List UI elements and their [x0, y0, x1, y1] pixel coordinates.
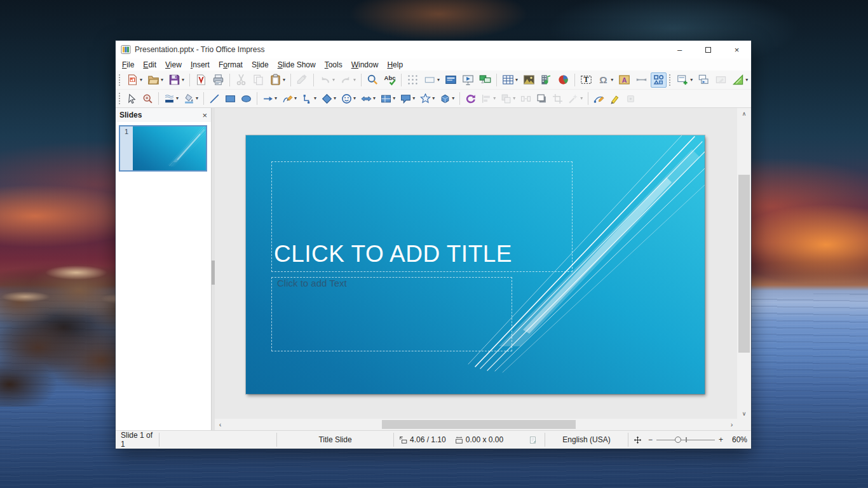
copy-button[interactable] [250, 72, 266, 88]
titlebar[interactable]: Presentation.pptx - Trio Office Impress … [116, 41, 751, 58]
dropdown-arrow-icon[interactable]: ▾ [196, 96, 198, 101]
menu-item-window[interactable]: Window [347, 60, 383, 70]
clone-formatting-button[interactable] [294, 72, 310, 88]
vertical-scrollbar-thumb[interactable] [738, 175, 750, 353]
body-text-placeholder[interactable]: Click to add Text [271, 277, 512, 351]
zoom-in-icon[interactable]: + [719, 435, 723, 444]
symbol-shapes-button[interactable]: ▾ [339, 91, 358, 106]
dropdown-arrow-icon[interactable]: ▾ [437, 78, 440, 83]
insert-table-button[interactable]: ▾ [500, 72, 520, 88]
new-presentation-button[interactable]: ▾ [125, 72, 144, 88]
dropdown-arrow-icon[interactable]: ▾ [745, 78, 748, 83]
dropdown-arrow-icon[interactable]: ▾ [140, 78, 142, 83]
dropdown-arrow-icon[interactable]: ▾ [412, 96, 415, 101]
dropdown-arrow-icon[interactable]: ▾ [161, 78, 163, 83]
scroll-up-icon[interactable]: ∧ [737, 108, 751, 119]
print-button[interactable] [210, 72, 226, 88]
master-slide-button[interactable] [443, 72, 459, 88]
show-draw-functions-button[interactable] [651, 72, 667, 88]
redo-button[interactable]: ▾ [338, 72, 358, 88]
paste-button[interactable]: ▾ [268, 72, 287, 88]
slides-panel-close-icon[interactable]: × [202, 111, 207, 119]
line-style-button[interactable]: ▾ [162, 91, 180, 106]
block-arrows-button[interactable]: ▾ [359, 91, 377, 106]
zoom-pan-button[interactable] [140, 91, 155, 106]
callout-shapes-button[interactable]: ▾ [398, 91, 417, 106]
hyperlink-button[interactable] [634, 72, 649, 88]
horizontal-scrollbar-thumb[interactable] [382, 420, 576, 429]
fill-color-button[interactable]: ▾ [182, 91, 200, 106]
start-slideshow-button[interactable] [460, 72, 476, 88]
zoom-percent[interactable]: 60% [727, 435, 747, 444]
scroll-right-icon[interactable]: › [726, 419, 737, 430]
arrange-button[interactable]: ▾ [499, 91, 517, 106]
find-replace-button[interactable] [365, 72, 381, 88]
dropdown-arrow-icon[interactable]: ▾ [275, 96, 277, 101]
export-pdf-button[interactable] [193, 72, 209, 88]
zoom-slider[interactable] [656, 435, 715, 444]
new-slide-button[interactable]: ▾ [675, 72, 695, 88]
insert-chart-button[interactable] [555, 72, 571, 88]
insert-image-button[interactable] [521, 72, 537, 88]
insert-media-button[interactable] [538, 72, 554, 88]
lines-and-arrows-button[interactable]: ▾ [261, 91, 279, 106]
connectors-button[interactable]: ▾ [300, 91, 318, 106]
menu-item-help[interactable]: Help [383, 60, 407, 70]
dropdown-arrow-icon[interactable]: ▾ [314, 96, 316, 101]
menu-item-file[interactable]: File [118, 60, 139, 70]
vertical-scrollbar[interactable]: ∧ ∨ [737, 108, 751, 419]
rectangle-button[interactable] [223, 91, 238, 106]
scroll-down-icon[interactable]: ∨ [737, 408, 751, 419]
flowchart-button[interactable]: ▾ [379, 91, 397, 106]
insert-text-box-button[interactable]: T [578, 72, 594, 88]
basic-shapes-button[interactable]: ▾ [320, 91, 338, 106]
horizontal-scrollbar[interactable]: ‹ › [215, 419, 737, 430]
edit-points-button[interactable] [592, 91, 606, 106]
display-grid-button[interactable] [405, 72, 421, 88]
menu-item-format[interactable]: Format [214, 60, 247, 70]
menu-item-tools[interactable]: Tools [320, 60, 347, 70]
menu-item-slide[interactable]: Slide [247, 60, 273, 70]
menu-item-view[interactable]: View [161, 60, 186, 70]
dropdown-arrow-icon[interactable]: ▾ [452, 96, 454, 101]
dropdown-arrow-icon[interactable]: ▾ [493, 96, 496, 101]
toolbar-grip[interactable] [118, 74, 121, 86]
close-button[interactable]: × [722, 41, 751, 58]
minimize-button[interactable]: – [665, 41, 694, 58]
toolbar-grip[interactable] [118, 92, 121, 105]
shadow-button[interactable] [534, 91, 549, 106]
presenter-console-button[interactable] [477, 72, 493, 88]
scroll-left-icon[interactable]: ‹ [215, 419, 226, 430]
toolbar-grip[interactable] [668, 74, 672, 86]
fit-slide-icon[interactable] [634, 436, 644, 444]
rename-slide-button[interactable] [713, 72, 729, 88]
fontwork-button[interactable]: A [616, 72, 632, 88]
gluepoints-button[interactable] [607, 91, 622, 106]
undo-button[interactable]: ▾ [317, 72, 337, 88]
dropdown-arrow-icon[interactable]: ▾ [182, 78, 184, 83]
snap-guides-button[interactable]: ▾ [422, 72, 442, 88]
duplicate-slide-button[interactable] [696, 72, 712, 88]
select-button[interactable] [125, 91, 139, 106]
menu-item-slide-show[interactable]: Slide Show [273, 60, 320, 70]
dropdown-arrow-icon[interactable]: ▾ [353, 96, 356, 101]
open-button[interactable]: ▾ [146, 72, 165, 88]
dropdown-arrow-icon[interactable]: ▾ [580, 96, 583, 101]
spelling-button[interactable]: Abc [382, 72, 398, 88]
insert-gluepoint-button[interactable] [623, 91, 638, 106]
distribute-button[interactable] [519, 91, 533, 106]
menu-item-insert[interactable]: Insert [186, 60, 214, 70]
dropdown-arrow-icon[interactable]: ▾ [294, 96, 297, 101]
stars-banners-button[interactable]: ▾ [418, 91, 437, 106]
dropdown-arrow-icon[interactable]: ▾ [353, 78, 356, 83]
maximize-button[interactable] [694, 41, 722, 58]
dropdown-arrow-icon[interactable]: ▾ [515, 78, 518, 83]
dropdown-arrow-icon[interactable]: ▾ [393, 96, 395, 101]
save-button[interactable]: ▾ [166, 72, 186, 88]
dropdown-arrow-icon[interactable]: ▾ [334, 96, 336, 101]
dropdown-arrow-icon[interactable]: ▾ [176, 96, 179, 101]
slide-thumbnail[interactable]: 1 [119, 125, 207, 172]
dropdown-arrow-icon[interactable]: ▾ [611, 78, 613, 83]
dropdown-arrow-icon[interactable]: ▾ [373, 96, 376, 101]
slide-editing-area[interactable]: CLICK TO ADD TITLE Click to add Text [246, 135, 705, 394]
